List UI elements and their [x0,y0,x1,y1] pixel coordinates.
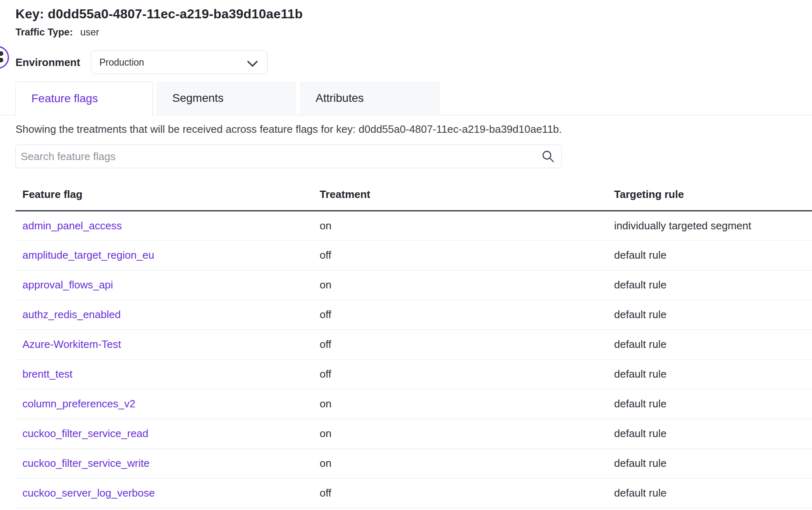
targeting-rule-cell: default rule [607,270,812,300]
environment-selected-value: Production [99,57,144,68]
treatment-cell: on [313,211,607,240]
treatment-cell: off [313,478,607,508]
tab-label: Attributes [316,92,364,105]
page-title: Key: d0dd55a0-4807-11ec-a219-ba39d10ae11… [15,6,812,22]
feature-flag-link[interactable]: authz_redis_enabled [22,308,121,321]
feature-flag-link[interactable]: amplitude_target_region_eu [22,249,154,261]
tab-feature-flags[interactable]: Feature flags [15,81,153,116]
targeting-rule-cell: default rule [607,240,812,270]
treatment-cell: off [313,300,607,330]
targeting-rule-cell: default rule [607,389,812,419]
feature-flag-link[interactable]: admin_panel_access [22,220,122,232]
targeting-rule-cell: default rule [607,330,812,359]
traffic-type-label: Traffic Type: [15,26,73,37]
cutoff-glyph-fragment [0,58,3,62]
traffic-type-row: Traffic Type:user [15,26,812,38]
treatment-cell: on [313,419,607,448]
targeting-rule-cell: default rule [607,419,812,448]
feature-flag-link[interactable]: brentt_test [22,368,72,380]
search-box [15,145,562,168]
feature-flag-link[interactable]: approval_flows_api [22,279,113,291]
table-row: cuckoo_server_log_verbose off default ru… [15,478,812,508]
table-row: brentt_test off default rule [15,359,812,389]
targeting-rule-cell: default rule [607,448,812,478]
environment-label: Environment [15,56,80,69]
column-header-feature-flag: Feature flag [15,179,313,211]
treatment-cell: off [313,359,607,389]
table-row: cuckoo_filter_service_write on default r… [15,448,812,478]
feature-flag-link[interactable]: column_preferences_v2 [22,398,136,410]
treatment-cell: off [313,240,607,270]
table-row: admin_panel_access on individually targe… [15,211,812,240]
table-row: approval_flows_api on default rule [15,270,812,300]
targeting-rule-cell: individually targeted segment [607,211,812,240]
treatment-cell: on [313,389,607,419]
feature-flag-link[interactable]: Azure-Workitem-Test [22,338,121,350]
targeting-rule-cell: default rule [607,478,812,508]
treatment-cell: off [313,330,607,359]
column-header-targeting-rule: Targeting rule [607,179,812,211]
feature-flag-link[interactable]: cuckoo_filter_service_write [22,457,149,469]
environment-row: Environment Production [15,51,812,74]
column-header-treatment: Treatment [313,179,607,211]
search-input[interactable] [15,145,562,168]
targeting-rule-cell: default rule [607,300,812,330]
table-row: amplitude_target_region_eu off default r… [15,240,812,270]
table-row: column_preferences_v2 on default rule [15,389,812,419]
table-row: Azure-Workitem-Test off default rule [15,330,812,359]
feature-flag-link[interactable]: cuckoo_server_log_verbose [22,487,155,499]
treatment-cell: on [313,448,607,478]
tab-segments[interactable]: Segments [157,81,296,115]
tab-label: Segments [172,92,224,105]
table-row: authz_redis_enabled off default rule [15,300,812,330]
table-header-row: Feature flag Treatment Targeting rule [15,179,812,211]
cutoff-glyph-fragment [0,51,3,56]
tab-bar: Feature flags Segments Attributes [0,81,812,115]
treatment-cell: on [313,270,607,300]
environment-select[interactable]: Production [91,51,268,74]
key-detail-page: Key: d0dd55a0-4807-11ec-a219-ba39d10ae11… [0,6,812,510]
search-icon[interactable] [541,150,555,165]
cutoff-circle-icon[interactable] [0,46,9,69]
targeting-rule-cell: default rule [607,359,812,389]
chevron-down-icon [247,59,258,70]
treatments-description: Showing the treatments that will be rece… [15,123,812,136]
tab-attributes[interactable]: Attributes [300,81,440,115]
feature-flag-link[interactable]: cuckoo_filter_service_read [22,427,148,440]
tab-label: Feature flags [31,92,98,105]
traffic-type-value: user [80,26,99,37]
table-row: cuckoo_filter_service_read on default ru… [15,419,812,448]
feature-flags-table: Feature flag Treatment Targeting rule ad… [15,179,812,508]
